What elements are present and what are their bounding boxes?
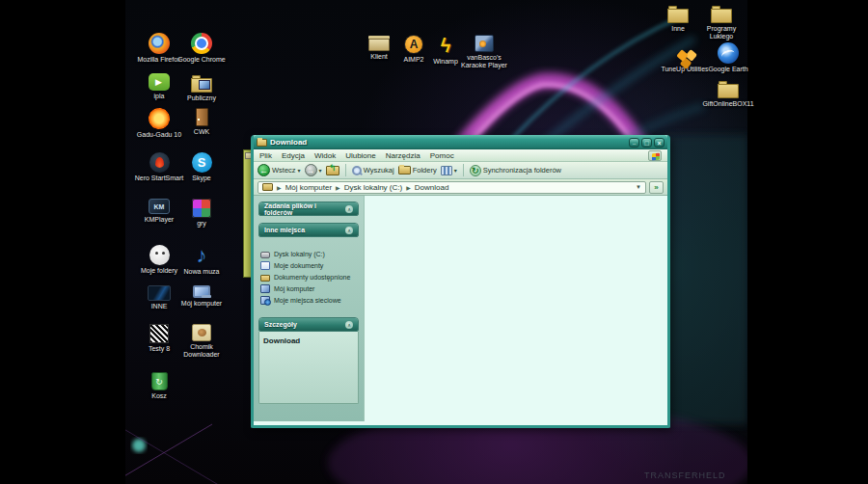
back-label: Wstecz [272,166,296,175]
lightning-icon [434,35,457,56]
icon-label: Nowa muza [175,268,229,276]
desktop-icon-skype[interactable]: Skype [175,152,229,182]
folders-button[interactable]: Foldery [398,166,437,175]
network-places-icon [260,296,270,305]
address-folder-icon [262,183,273,191]
chevron-up-icon[interactable] [345,205,353,213]
forward-button[interactable]: → ▾ [305,164,322,176]
toolbar-separator [345,164,346,176]
menu-narzedzia[interactable]: Narzędzia [386,151,420,160]
box-icon [368,39,390,51]
desktop-icon-programy-lukiego[interactable]: Programy Lukiego [694,4,748,40]
menu-widok[interactable]: Widok [314,151,336,160]
go-button[interactable]: » [649,181,664,194]
desktop-icon-google-chrome[interactable]: Google Chrome [175,33,229,64]
tasks-section: Zadania plików i folderów [258,202,359,216]
desktop-icon-vanbasco[interactable]: vanBasco's Karaoke Player [457,35,511,69]
place-dokumenty-udostepnione[interactable]: Dokumenty udostępnione [260,271,359,282]
places-section-header[interactable]: Inne miejsca [259,224,358,236]
task-pane: Zadania plików i folderów Inne miejsca D… [254,196,364,421]
menu-plik[interactable]: Plik [259,151,272,160]
places-section: Inne miejsca [258,223,359,237]
views-grid-icon [441,166,452,175]
details-section: Szczegóły [258,317,359,332]
menu-bar: Plik Edycja Widok Ulubione Narzędzia Pom… [254,149,667,162]
details-section-header[interactable]: Szczegóły [259,318,358,331]
address-field[interactable]: ▶ Mój komputer ▶ Dysk lokalny (C:) ▶ Dow… [258,181,646,194]
icon-label: CWK [175,128,229,136]
desktop-icon-cwk[interactable]: CWK [175,108,229,136]
folder-icon [711,9,732,23]
watermark-text: TRANSFERHELD [644,471,726,480]
firefox-icon [149,33,170,54]
place-moj-komputer[interactable]: Mój komputer [260,282,359,294]
sync-label: Synchronizacja folderów [483,166,561,175]
kmplayer-icon [149,199,170,214]
desktop-icon-google-earth[interactable]: Google Earth [703,42,753,73]
chrome-icon [191,33,212,54]
menu-edycja[interactable]: Edycja [282,151,305,160]
computer-icon [260,284,270,293]
window-titlebar[interactable]: Download [254,135,667,149]
minimize-button[interactable] [629,138,639,148]
icon-label: Kosz [132,392,186,400]
desktop-icon-giftonlinebox[interactable]: GiftOnlineBOX11 [700,79,756,108]
tasks-header-label: Zadania plików i folderów [264,202,345,216]
dark-image-icon [148,285,171,301]
breadcrumb-moj-komputer[interactable]: Mój komputer [285,183,332,192]
desktop-icon-kosz[interactable]: Kosz [132,372,186,400]
forward-dropdown-icon[interactable]: ▾ [319,167,322,174]
back-dropdown-icon[interactable]: ▾ [298,167,301,174]
desktop-icon-moj-komputer[interactable]: Mój komputer [175,285,229,308]
icon-label: Programy Lukiego [694,25,748,40]
back-button[interactable]: ← Wstecz ▾ [258,164,301,176]
search-label: Wyszukaj [364,166,394,175]
games-blocks-icon [192,199,211,218]
chevron-up-icon[interactable] [345,321,353,329]
icon-label: Google Chrome [175,56,229,64]
folder-content-area[interactable] [364,196,667,421]
icon-label: Publiczny [175,94,229,102]
desktop-icon-publiczny[interactable]: Publiczny [175,73,229,102]
up-button[interactable] [326,166,339,175]
icon-label: gry [175,220,229,228]
place-moje-miejsca-sieciowe[interactable]: Moje miejsca sieciowe [260,294,359,306]
icon-label: Google Earth [703,66,753,73]
places-header-label: Inne miejsca [264,227,305,233]
search-button[interactable]: Wyszukaj [352,166,394,175]
address-dropdown-icon[interactable]: ▼ [636,184,641,190]
computer-icon [193,285,210,298]
desktop-icon-nowa-muza[interactable]: Nowa muza [175,245,229,276]
folder-icon [718,84,739,98]
menu-pomoc[interactable]: Pomoc [430,151,454,160]
breadcrumb-dysk-lokalny[interactable]: Dysk lokalny (C:) [344,183,402,192]
place-dysk-lokalny[interactable]: Dysk lokalny (C:) [260,248,359,259]
toolbar: ← Wstecz ▾ → ▾ Wyszukaj Foldery [254,162,667,179]
disk-icon [260,252,270,258]
place-moje-dokumenty[interactable]: Moje dokumenty [260,259,359,271]
desktop-icon-gry[interactable]: gry [175,199,229,228]
menu-ulubione[interactable]: Ulubione [345,151,376,160]
close-button[interactable] [654,138,665,148]
sync-button[interactable]: Synchronizacja folderów [470,165,561,176]
windows-logo-icon [648,150,662,161]
desktop-icon-chomik-downloader[interactable]: Chomik Downloader [175,324,229,359]
breadcrumb-arrow-icon: ▶ [406,184,411,191]
recycle-bin-icon [151,372,168,390]
chevron-up-icon[interactable] [345,227,353,234]
details-folder-name: Download [263,336,354,345]
breadcrumb-download[interactable]: Download [415,183,449,192]
nero-flame-icon [149,152,170,173]
tasks-section-header[interactable]: Zadania plików i folderów [259,202,358,215]
window-body: Zadania plików i folderów Inne miejsca D… [254,196,667,421]
details-box: Download [258,332,359,404]
views-dropdown-icon[interactable]: ▾ [454,167,457,174]
forward-arrow-icon: → [305,164,317,176]
tuneup-icon [675,44,694,64]
striped-pattern-icon [149,324,169,343]
icon-label: Mój komputer [175,300,229,308]
views-button[interactable]: ▾ [441,166,457,175]
shared-folder-icon [260,275,270,282]
sync-icon [470,165,481,176]
maximize-button[interactable] [641,138,652,148]
